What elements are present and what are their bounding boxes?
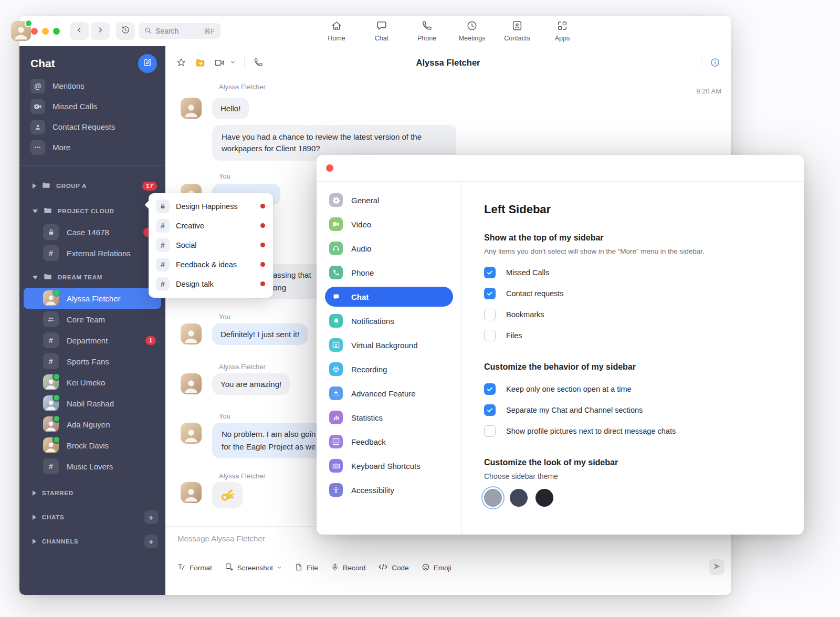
sidebar-item-department[interactable]: # Department 1 (19, 330, 165, 351)
video-call-button[interactable] (214, 57, 236, 68)
record-button[interactable]: Record (331, 563, 366, 573)
option-missed-calls[interactable]: Missed Calls (484, 267, 783, 278)
sidebar-item-sports-fans[interactable]: # Sports Fans (19, 351, 165, 372)
info-button[interactable] (710, 57, 720, 68)
settings-modal: General Video Audio Phone Chat Notificat… (317, 155, 804, 535)
settings-nav-advanced-feature[interactable]: Advanced Feature (317, 381, 461, 405)
option-files[interactable]: Files (484, 330, 783, 341)
sidebar-item-external-relations[interactable]: # External Relations (19, 243, 165, 264)
add-chat-button[interactable]: + (144, 510, 158, 524)
smiley-icon (329, 435, 343, 448)
sidebar-section-dream-team[interactable]: DREAM TEAM (19, 267, 165, 288)
message-input[interactable] (176, 534, 452, 543)
settings-nav-recording[interactable]: Recording (317, 357, 461, 381)
history-button[interactable] (116, 22, 135, 40)
user-avatar[interactable] (11, 21, 31, 41)
settings-nav-virtual-background[interactable]: Virtual Background (317, 333, 461, 357)
theme-dark-slate[interactable] (510, 489, 528, 507)
popup-item-design-talk[interactable]: # Design talk (149, 274, 273, 294)
message-bubble: Hello! (212, 98, 249, 119)
sidebar-item-music-lovers[interactable]: # Music Lovers (19, 456, 165, 477)
format-button[interactable]: Format (177, 562, 212, 573)
hash-icon: # (156, 219, 170, 233)
checkbox[interactable] (484, 425, 496, 437)
sidebar-item-mentions[interactable]: @ Mentions (19, 76, 165, 96)
screenshot-button[interactable]: Screenshot (225, 562, 282, 573)
move-to-folder-button[interactable] (195, 57, 206, 68)
search-input[interactable]: Search ⌘F (139, 23, 220, 39)
sidebar-item-missed-calls[interactable]: Missed Calls (19, 96, 165, 117)
settings-nav-chat[interactable]: Chat (317, 285, 461, 309)
new-chat-button[interactable] (138, 54, 157, 73)
settings-nav-label: Recording (351, 365, 387, 374)
close-modal-button[interactable] (326, 164, 333, 172)
section-description: Any items you don't select will show in … (484, 247, 783, 255)
settings-nav-accessibility[interactable]: Accessibility (317, 478, 461, 502)
tab-contacts[interactable]: Contacts (502, 20, 532, 42)
sidebar-item-kei-umeko[interactable]: Kei Umeko (19, 372, 165, 393)
settings-nav-audio[interactable]: Audio (317, 236, 461, 260)
checkbox[interactable] (484, 383, 496, 395)
option-one-section-open[interactable]: Keep only one section open at a time (484, 383, 783, 395)
tab-home[interactable]: Home (321, 20, 352, 42)
sidebar-item-contact-requests[interactable]: Contact Requests (19, 117, 165, 137)
sidebar-item-core-team[interactable]: Core Team (19, 309, 165, 330)
settings-nav-phone[interactable]: Phone (317, 260, 461, 285)
close-window-button[interactable] (31, 28, 38, 35)
sidebar-section-chats[interactable]: CHATS + (19, 505, 165, 529)
emoji-button[interactable]: Emoji (422, 563, 452, 573)
settings-nav-video[interactable]: Video (317, 212, 461, 236)
code-button[interactable]: Code (378, 562, 408, 573)
sidebar-section-project-cloud[interactable]: PROJECT CLOUD (19, 201, 165, 222)
tab-chat[interactable]: Chat (366, 20, 397, 42)
back-button[interactable] (70, 22, 89, 40)
sidebar-item-more[interactable]: ••• More (19, 137, 165, 158)
unread-dot (260, 223, 265, 228)
sidebar-section-starred[interactable]: STARRED (19, 481, 165, 505)
sidebar-item-nabil-rashad[interactable]: Nabil Rashad (19, 393, 165, 414)
sidebar-section-group-a[interactable]: GROUP A 17 (19, 175, 165, 196)
popup-item-feedback-ideas[interactable]: # Feedback & ideas (149, 255, 273, 274)
tab-apps[interactable]: Apps (547, 20, 578, 42)
popup-item-creative[interactable]: # Creative (149, 216, 273, 235)
send-button[interactable] (709, 559, 724, 575)
phone-call-button[interactable] (253, 57, 264, 68)
theme-black[interactable] (536, 489, 553, 507)
theme-light-gray[interactable] (484, 489, 502, 507)
tab-meetings[interactable]: Meetings (457, 20, 487, 42)
section-label: GROUP A (56, 183, 87, 189)
checkbox[interactable] (484, 267, 496, 278)
option-bookmarks[interactable]: Bookmarks (484, 309, 783, 320)
add-channel-button[interactable]: + (144, 535, 158, 548)
sidebar-item-label: Mentions (52, 81, 85, 90)
avatar (43, 290, 59, 306)
sidebar-item-ada-nguyen[interactable]: Ada Nguyen (19, 414, 165, 435)
star-button[interactable] (176, 57, 186, 68)
settings-nav-keyboard-shortcuts[interactable]: Keyboard Shortcuts (317, 454, 461, 478)
popup-item-social[interactable]: # Social (149, 235, 273, 255)
tab-phone[interactable]: Phone (412, 20, 442, 42)
checkbox[interactable] (484, 404, 496, 416)
file-button[interactable]: File (295, 563, 318, 573)
checkbox[interactable] (484, 330, 496, 341)
popup-item-design-happiness[interactable]: Design Happiness (149, 196, 273, 216)
sidebar-item-brock-davis[interactable]: Brock Davis (19, 435, 165, 456)
option-profile-pictures[interactable]: Show profile pictures next to direct mes… (484, 425, 783, 437)
forward-button[interactable] (91, 22, 110, 40)
settings-nav-notifications[interactable]: Notifications (317, 309, 461, 333)
option-separate-sections[interactable]: Separate my Chat and Channel sections (484, 404, 783, 416)
online-status-dot (52, 289, 60, 297)
option-contact-requests[interactable]: Contact requests (484, 288, 783, 299)
checkbox[interactable] (484, 288, 496, 299)
caret-right-icon (33, 490, 36, 496)
sidebar-item-alyssa-fletcher[interactable]: Alyssa Fletcher (24, 288, 161, 309)
lock-icon (156, 200, 170, 213)
checkbox[interactable] (484, 309, 496, 320)
sidebar-item-case-14678[interactable]: Case 14678 (19, 222, 165, 243)
minimize-window-button[interactable] (42, 28, 49, 35)
sidebar-section-channels[interactable]: CHANNELS + (19, 529, 165, 553)
settings-nav-statistics[interactable]: Statistics (317, 405, 461, 430)
settings-nav-general[interactable]: General (317, 188, 461, 212)
zoom-window-button[interactable] (53, 28, 60, 35)
settings-nav-feedback[interactable]: Feedback (317, 430, 461, 454)
